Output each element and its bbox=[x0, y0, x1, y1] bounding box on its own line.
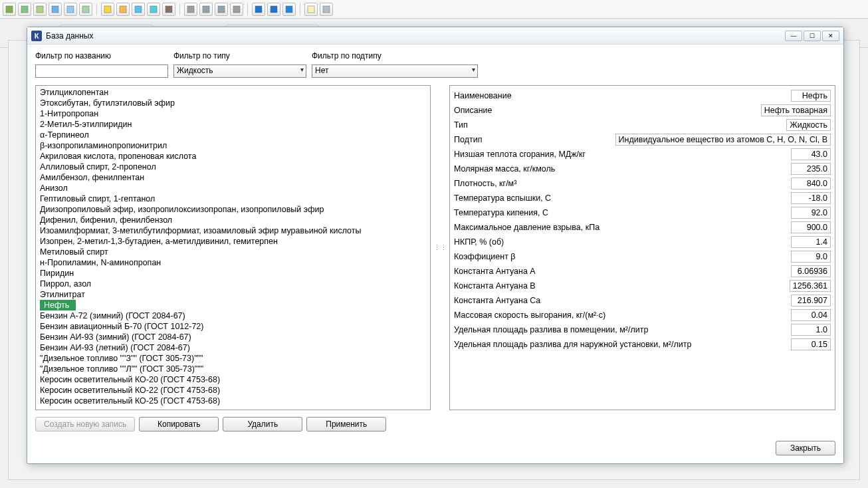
list-item-selected[interactable]: Нефть bbox=[40, 300, 76, 310]
filter-row: Фильтр по названию Фильтр по типу Жидкос… bbox=[35, 51, 835, 78]
detail-value[interactable]: 0.04 bbox=[791, 309, 831, 321]
app-icon: К bbox=[31, 31, 42, 41]
list-item[interactable]: Изоамилформиат, 3-метилбутилформиат, изо… bbox=[36, 225, 430, 236]
list-item[interactable]: Пиррол, азол bbox=[36, 279, 430, 289]
list-item[interactable]: Акриловая кислота, пропеновая кислота bbox=[36, 151, 430, 162]
detail-value[interactable]: 900.0 bbox=[791, 221, 831, 233]
apply-button[interactable]: Применить bbox=[306, 417, 386, 431]
list-item[interactable]: Дифенил, бифенил, фенилбензол bbox=[36, 215, 430, 225]
list-item[interactable]: 2-Метил-5-этилпиридин bbox=[36, 119, 430, 130]
list-item[interactable]: Керосин осветительный КО-20 (ГОСТ 4753-6… bbox=[36, 374, 430, 385]
chart-lines-icon[interactable] bbox=[199, 3, 213, 16]
anchor-icon[interactable] bbox=[184, 3, 197, 16]
filter-subtype-select[interactable]: Нет bbox=[312, 64, 478, 78]
wave-icon[interactable] bbox=[230, 3, 243, 16]
detail-label: Массовая скорость выгорания, кг/(м²·с) bbox=[454, 310, 787, 320]
target-icon[interactable] bbox=[64, 3, 77, 16]
list-item[interactable]: Керосин осветительный КО-22 (ГОСТ 4753-6… bbox=[36, 385, 430, 396]
detail-row: ТипЖидкость bbox=[454, 118, 831, 132]
detail-value[interactable]: 216.907 bbox=[791, 295, 831, 306]
copy-button[interactable]: Копировать bbox=[139, 417, 219, 431]
list-item[interactable]: Бензин АИ-93 (зимний) (ГОСТ 2084-67) bbox=[36, 332, 430, 342]
filter-type-select[interactable]: Жидкость bbox=[173, 64, 306, 78]
list-item[interactable]: "Дизельное топливо ""Л"" (ГОСТ 305-73)""… bbox=[36, 364, 430, 374]
stack-icon[interactable] bbox=[162, 3, 175, 16]
list-item[interactable]: Гептиловый спирт, 1-гептанол bbox=[36, 193, 430, 204]
list-item[interactable]: Бензин авиационный Б-70 (ГОСТ 1012-72) bbox=[36, 321, 430, 332]
list-icon[interactable] bbox=[320, 3, 333, 16]
list-item[interactable]: Бензин А-72 (зимний) (ГОСТ 2084-67) bbox=[36, 310, 430, 321]
detail-value[interactable]: Индивидуальное вещество из атомов C, H, … bbox=[615, 134, 831, 146]
detail-value[interactable]: Жидкость bbox=[786, 119, 831, 131]
detail-label: НКПР, % (об) bbox=[454, 237, 787, 247]
minimize-button[interactable]: — bbox=[785, 31, 802, 41]
list-item[interactable]: Этилнитрат bbox=[36, 289, 430, 300]
detail-value[interactable]: 1256.361 bbox=[790, 280, 831, 292]
detail-value[interactable]: 9.0 bbox=[791, 251, 831, 263]
close-window-button[interactable]: ✕ bbox=[822, 31, 839, 41]
list-item[interactable]: Этоксибутан, бутилэтиловый эфир bbox=[36, 98, 430, 108]
list-item[interactable]: Амилбензол, фенилпентан bbox=[36, 172, 430, 183]
list-item[interactable]: 1-Нитропропан bbox=[36, 108, 430, 119]
detail-value[interactable]: 0.15 bbox=[791, 338, 831, 350]
detail-value[interactable]: Нефть bbox=[791, 90, 831, 102]
magnify-area-icon[interactable] bbox=[79, 3, 92, 16]
detail-value[interactable]: 92.0 bbox=[791, 207, 831, 219]
list-item[interactable]: "Дизельное топливо ""З"" (ГОСТ 305-73)""… bbox=[36, 353, 430, 364]
svg-rect-10 bbox=[165, 6, 172, 13]
detail-row: Температура кипения, С92.0 bbox=[454, 205, 831, 220]
detail-value[interactable]: 6.06936 bbox=[791, 265, 831, 277]
list-item[interactable]: Керосин осветительный КО-25 (ГОСТ 4753-6… bbox=[36, 396, 430, 406]
list-item[interactable]: Аллиловый спирт, 2-пропенол bbox=[36, 162, 430, 172]
detail-row: Удельная площадь разлива для наружной ус… bbox=[454, 337, 831, 352]
filter-name-label: Фильтр по названию bbox=[35, 51, 168, 61]
detail-row: Молярная масса, кг/кмоль235.0 bbox=[454, 162, 831, 176]
detail-row: Константа Антуана A6.06936 bbox=[454, 264, 831, 279]
svg-rect-8 bbox=[135, 6, 142, 13]
filter-name-input[interactable] bbox=[35, 64, 168, 78]
list-item[interactable]: Этилциклопентан bbox=[36, 87, 430, 98]
detail-value[interactable]: 235.0 bbox=[791, 163, 831, 175]
droplet-icon[interactable] bbox=[116, 3, 130, 16]
list-item[interactable]: β-изопропиламинопропионитрил bbox=[36, 140, 430, 151]
list-item[interactable]: Диизопропиловый эфир, изопропилоксиизопр… bbox=[36, 204, 430, 215]
detail-value[interactable]: 840.0 bbox=[791, 178, 831, 189]
detail-row: Температура вспышки, С-18.0 bbox=[454, 191, 831, 205]
svg-rect-5 bbox=[82, 6, 89, 13]
detail-label: Описание bbox=[454, 106, 757, 115]
maximize-button[interactable]: ☐ bbox=[804, 31, 821, 41]
list-item[interactable]: Изопрен, 2-метил-1,3-бутадиен, а-метилди… bbox=[36, 236, 430, 247]
list-item[interactable]: Пиридин bbox=[36, 268, 430, 279]
sun-icon[interactable] bbox=[101, 3, 114, 16]
detail-row: Низшая теплота сгорания, МДж/кг43.0 bbox=[454, 147, 831, 162]
layer-green-icon[interactable] bbox=[3, 3, 16, 16]
detail-value[interactable]: -18.0 bbox=[791, 192, 831, 204]
detail-value[interactable]: 43.0 bbox=[791, 148, 831, 160]
detail-value[interactable]: 1.4 bbox=[791, 236, 831, 248]
graph-icon[interactable] bbox=[215, 3, 228, 16]
play-icon[interactable] bbox=[252, 3, 265, 16]
close-button[interactable]: Закрыть bbox=[776, 441, 835, 455]
search-blue-icon[interactable] bbox=[282, 3, 296, 16]
detail-row: Коэффициент β9.0 bbox=[454, 249, 831, 264]
fast-forward-icon[interactable] bbox=[267, 3, 280, 16]
list-item[interactable]: Анизол bbox=[36, 183, 430, 193]
map-icon[interactable] bbox=[18, 3, 31, 16]
detail-row: Максимальное давление взрыва, кПа900.0 bbox=[454, 220, 831, 235]
list-item[interactable]: Нефть bbox=[36, 300, 430, 310]
list-item[interactable]: α-Терпинеол bbox=[36, 130, 430, 140]
content-row: ЭтилциклопентанЭтоксибутан, бутилэтиловы… bbox=[35, 85, 835, 410]
rain-icon[interactable] bbox=[132, 3, 145, 16]
droplets-icon[interactable] bbox=[147, 3, 160, 16]
delete-button[interactable]: Удалить bbox=[223, 417, 302, 431]
substance-list[interactable]: ЭтилциклопентанЭтоксибутан, бутилэтиловы… bbox=[35, 85, 431, 410]
list-item[interactable]: Метиловый спирт bbox=[36, 247, 430, 257]
detail-value[interactable]: Нефть товарная bbox=[761, 104, 831, 116]
doc-icon[interactable] bbox=[304, 3, 318, 16]
list-item[interactable]: Бензин АИ-93 (летний) (ГОСТ 2084-67) bbox=[36, 342, 430, 353]
layer-blue-icon[interactable] bbox=[49, 3, 62, 16]
layer-grid-icon[interactable] bbox=[33, 3, 47, 16]
detail-value[interactable]: 1.0 bbox=[791, 324, 831, 336]
splitter-handle[interactable]: ⋮⋮ bbox=[437, 85, 443, 410]
list-item[interactable]: н-Пропиламин, N-аминопропан bbox=[36, 257, 430, 268]
